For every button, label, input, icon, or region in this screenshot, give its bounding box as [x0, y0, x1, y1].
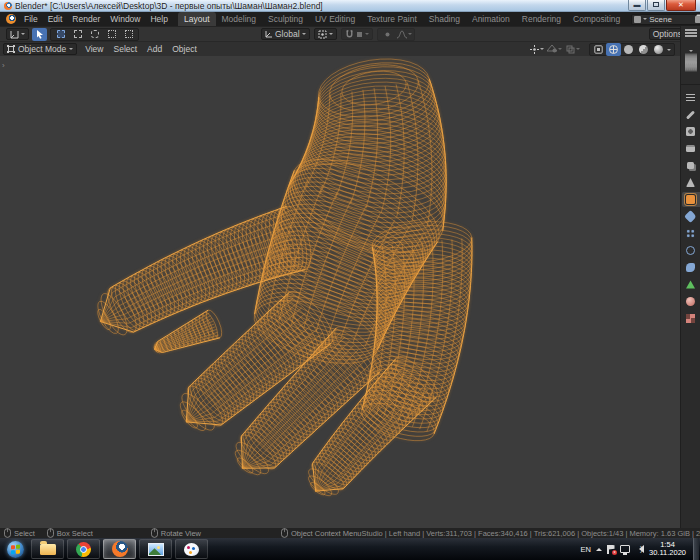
editor-type-tab[interactable]	[682, 90, 700, 105]
falloff-curve-icon	[397, 30, 407, 39]
tool-tab[interactable]	[682, 107, 700, 122]
maximize-button[interactable]	[647, 0, 665, 11]
transform-orientation-dropdown[interactable]: Global	[261, 28, 310, 40]
workspace-tab-texture-paint[interactable]: Texture Paint	[361, 12, 423, 26]
menu-file[interactable]: File	[19, 14, 43, 24]
workspace-tab-modeling[interactable]: Modeling	[216, 12, 263, 26]
blender-taskbar-button[interactable]	[103, 539, 136, 559]
wireframe-hand-model[interactable]	[0, 56, 680, 528]
modifiers-tab[interactable]	[682, 209, 700, 224]
workspace-tab-layout[interactable]: Layout	[178, 12, 216, 26]
hint-label: Object Context Menu	[291, 529, 361, 538]
toggle-xray-button[interactable]	[591, 43, 606, 56]
window-titlebar[interactable]: Blender* [C:\Users\Алексей\Desktop\3D - …	[0, 0, 700, 12]
render-icon	[686, 127, 695, 136]
select-lasso-button[interactable]	[104, 28, 119, 41]
wireframe-shading-button[interactable]	[606, 43, 621, 56]
photos-taskbar-button[interactable]	[139, 539, 172, 559]
chrome-taskbar-button[interactable]	[67, 539, 100, 559]
editor-type-icon	[10, 30, 19, 39]
select-box-button[interactable]	[70, 28, 85, 41]
workspace-tab-rendering[interactable]: Rendering	[516, 12, 567, 26]
editor-type-button[interactable]	[6, 28, 29, 40]
blender-menu-icon[interactable]	[6, 14, 16, 24]
material-preview-button[interactable]	[636, 43, 651, 56]
object-tab[interactable]	[682, 192, 700, 207]
hint-label: Box Select	[57, 529, 93, 538]
viewport-menu-select[interactable]: Select	[108, 44, 142, 54]
menu-help[interactable]: Help	[145, 14, 172, 24]
overlays-dropdown[interactable]	[547, 43, 562, 56]
cursor-tool-icon	[36, 30, 44, 39]
scene-tab[interactable]	[682, 175, 700, 190]
physics-tab[interactable]	[682, 243, 700, 258]
solid-shading-icon	[624, 45, 633, 54]
output-tab[interactable]	[682, 141, 700, 156]
show-gizmo-dropdown[interactable]	[529, 43, 544, 56]
viewport-3d[interactable]: ›	[0, 56, 680, 528]
pivot-point-dropdown[interactable]	[314, 28, 337, 40]
view-layer-tab[interactable]	[682, 158, 700, 173]
material-tab[interactable]	[682, 294, 700, 309]
paint-taskbar-button[interactable]	[175, 539, 208, 559]
chevron-down-icon	[69, 48, 73, 52]
blender-app-icon	[4, 2, 12, 10]
texture-tab[interactable]	[682, 311, 700, 326]
minimize-button[interactable]: ▬	[628, 0, 646, 11]
menu-edit[interactable]: Edit	[43, 14, 68, 24]
viewport-menu-add[interactable]: Add	[142, 44, 167, 54]
viewport-menu-view[interactable]: View	[80, 44, 108, 54]
snap-magnet-icon	[345, 30, 354, 39]
workspace-tab-uv-editing[interactable]: UV Editing	[309, 12, 361, 26]
view-layer-icon	[687, 162, 694, 169]
outliner-filter-icon[interactable]	[685, 29, 697, 38]
mode-selector[interactable]: Object Mode	[3, 43, 77, 55]
render-tab[interactable]	[682, 124, 700, 139]
paint-icon	[184, 543, 199, 556]
falloff-dropdown[interactable]	[397, 28, 412, 41]
select-circle-icon	[91, 30, 99, 38]
language-indicator[interactable]: EN	[581, 545, 591, 554]
clock-date: 30.11.2020	[649, 549, 686, 558]
workspace-tab-compositing[interactable]: Compositing	[567, 12, 626, 26]
toolbar-expand-arrow[interactable]: ›	[2, 62, 5, 70]
scene-selector[interactable]: Scene ×	[631, 14, 700, 25]
solid-shading-button[interactable]	[621, 43, 636, 56]
constraints-tab[interactable]	[682, 260, 700, 275]
select-lasso-icon	[108, 30, 116, 38]
workspace-tab-shading[interactable]: Shading	[423, 12, 466, 26]
snap-dropdown[interactable]	[341, 28, 373, 40]
particles-tab[interactable]	[682, 226, 700, 241]
proportional-editing-button[interactable]	[380, 28, 395, 41]
select-circle-button[interactable]	[87, 28, 102, 41]
menu-render[interactable]: Render	[67, 14, 105, 24]
chrome-icon	[76, 542, 91, 557]
workspace-tab-animation[interactable]: Animation	[466, 12, 516, 26]
rendered-shading-button[interactable]	[651, 43, 666, 56]
xray-icon	[566, 45, 575, 54]
active-tool-cursor-button[interactable]	[32, 28, 47, 41]
select-box-icon	[74, 30, 82, 38]
action-center-flag-icon[interactable]: ×	[607, 545, 615, 554]
select-extra-button[interactable]	[121, 28, 136, 41]
taskbar-clock[interactable]: 1:54 30.11.2020	[649, 541, 686, 558]
select-tweak-button[interactable]	[53, 28, 68, 41]
xray-toggle[interactable]	[565, 43, 580, 56]
scene-icon	[634, 16, 641, 23]
volume-icon[interactable]	[635, 545, 644, 553]
object-data-tab[interactable]	[682, 277, 700, 292]
viewport-menu-object[interactable]: Object	[167, 44, 202, 54]
hint-rotate-view: Rotate View	[151, 528, 201, 538]
workspace-tab-sculpting[interactable]: Sculpting	[262, 12, 309, 26]
hidden-icons-chevron-icon[interactable]	[596, 545, 602, 551]
close-button[interactable]: ✕	[666, 0, 696, 11]
show-desktop-button[interactable]	[693, 538, 699, 560]
menu-window[interactable]: Window	[105, 14, 145, 24]
explorer-taskbar-button[interactable]	[31, 539, 64, 559]
new-scene-icon[interactable]	[695, 16, 700, 23]
show-gizmo-icon	[530, 45, 539, 54]
start-taskbar-button[interactable]	[2, 538, 28, 560]
network-icon[interactable]	[620, 545, 630, 553]
output-icon	[686, 145, 695, 152]
visibility-eye-icon[interactable]	[695, 53, 697, 72]
